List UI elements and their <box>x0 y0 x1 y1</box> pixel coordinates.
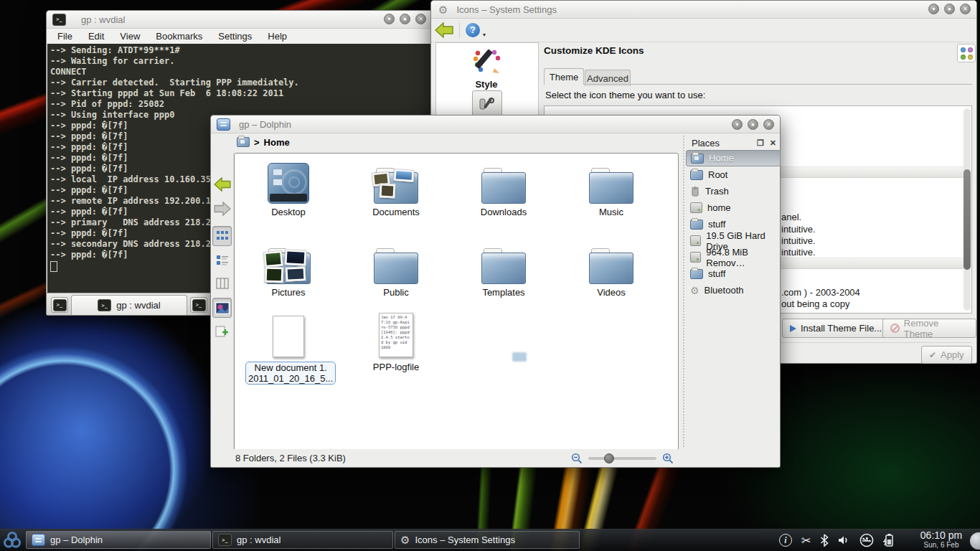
split-view-button[interactable] <box>212 322 232 342</box>
new-tab-button[interactable]: >_ <box>51 297 68 313</box>
gear-icon: ⚙ <box>400 534 410 545</box>
sidebar-item-style[interactable]: Style <box>436 46 537 90</box>
task-system-settings[interactable]: ⚙ Icons – System Settings <box>395 531 580 549</box>
system-tray: i ✂ <box>779 529 894 551</box>
places-item-trash[interactable]: Trash <box>686 183 781 199</box>
minimize-button[interactable]: ▾ <box>928 4 939 14</box>
task-konsole[interactable]: >_ gp : wvdial <box>212 531 393 549</box>
back-button[interactable] <box>212 174 232 194</box>
file-item-templates[interactable]: Templates <box>461 240 547 298</box>
close-button[interactable]: ✕ <box>960 4 971 14</box>
device-notifier-usb-icon[interactable] <box>859 533 874 547</box>
terminal-icon: >_ <box>53 299 67 311</box>
places-item-removable[interactable]: 964.8 MiB Remov… <box>686 249 781 265</box>
konsole-tab[interactable]: >_ gp : wvdial <box>71 295 187 315</box>
status-text: 8 Folders, 2 Files (3.3 KiB) <box>235 453 346 463</box>
file-item-new-document[interactable]: New document 1. 2011_01_20_16_5... <box>245 313 331 385</box>
install-theme-button[interactable]: Install Theme File... <box>782 319 890 338</box>
dolphin-titlebar[interactable]: gp – Dolphin ▾ ● ✕ <box>211 116 780 133</box>
clock[interactable]: 06:10 pm Sun, 6 Feb <box>915 530 967 549</box>
menu-bookmarks[interactable]: Bookmarks <box>156 31 202 42</box>
app-launcher-icon[interactable] <box>3 531 22 550</box>
details-view-button[interactable] <box>212 250 232 270</box>
places-header: Places ❐ ✕ <box>686 136 781 150</box>
remove-theme-button[interactable]: Remove Theme <box>882 319 976 338</box>
apply-button[interactable]: ✔ Apply <box>921 346 972 364</box>
list-scrollbar[interactable] <box>963 108 971 311</box>
scrollbar-thumb[interactable] <box>963 169 971 270</box>
zoom-slider-handle[interactable] <box>604 453 614 463</box>
home-icon <box>691 154 704 164</box>
close-button[interactable]: ✕ <box>763 119 774 130</box>
maximize-button[interactable]: ● <box>944 4 955 14</box>
klipper-scissors-icon[interactable]: ✂ <box>801 534 811 547</box>
columns-view-button[interactable] <box>212 273 232 293</box>
places-item-home-drive[interactable]: home <box>686 199 781 216</box>
drive-icon <box>690 252 701 263</box>
help-dropdown-icon[interactable]: ▾ <box>483 32 486 38</box>
konsole-menubar: File Edit View Bookmarks Settings Help <box>47 29 432 44</box>
maximize-button[interactable]: ● <box>400 14 410 24</box>
tab-list-button[interactable]: >_ <box>190 297 207 313</box>
sidebar-item-workspace[interactable] <box>472 90 502 118</box>
notifications-icon[interactable]: i <box>779 534 792 547</box>
menu-view[interactable]: View <box>120 31 140 42</box>
file-item-music[interactable]: Music <box>568 159 654 217</box>
home-folder-icon[interactable] <box>237 137 250 147</box>
window-dolphin[interactable]: gp – Dolphin ▾ ● ✕ > Home <box>210 115 781 468</box>
tab-theme[interactable]: Theme <box>544 68 584 85</box>
split-icon <box>215 326 230 339</box>
close-button[interactable]: ✕ <box>415 14 426 24</box>
theme-list-text: intuitive. <box>781 224 816 235</box>
task-dolphin[interactable]: gp – Dolphin <box>26 531 211 549</box>
clock-time: 06:10 pm <box>915 530 967 541</box>
dolphin-app-icon <box>217 118 230 131</box>
file-item-pictures[interactable]: Pictures <box>245 240 331 298</box>
konsole-titlebar[interactable]: >_ gp : wvdial ▾ ● ✕ <box>47 11 432 29</box>
places-item-stuff2[interactable]: stuff <box>686 265 781 282</box>
folder-icon <box>690 170 703 180</box>
forward-button[interactable] <box>212 199 232 219</box>
minimize-button[interactable]: ▾ <box>384 14 395 24</box>
file-item-public[interactable]: Public <box>353 240 439 298</box>
volume-icon[interactable] <box>838 534 850 546</box>
back-icon[interactable] <box>435 22 453 38</box>
file-item-ppp-logfile[interactable]: Jan 17 09:47:18 gp-Aspire-5738 pppd[1946… <box>353 313 439 372</box>
maximize-button[interactable]: ● <box>748 119 758 130</box>
dolphin-statusbar: 8 Folders, 2 Files (3.3 KiB) <box>211 449 780 467</box>
dolphin-title: gp – Dolphin <box>239 119 291 130</box>
menu-edit[interactable]: Edit <box>88 31 104 42</box>
tools-icon <box>478 95 496 113</box>
file-item-desktop[interactable]: Desktop <box>245 159 331 217</box>
logfile-preview-text: Jan 17 09:47:18 gp-Aspire-5738 pppd[1946… <box>381 315 411 355</box>
overview-button[interactable] <box>957 44 976 62</box>
remove-icon <box>890 324 900 333</box>
preview-button[interactable] <box>212 298 232 318</box>
file-item-documents[interactable]: Documents <box>353 159 439 217</box>
settings-titlebar[interactable]: ⚙ Icons – System Settings ▾ ● ✕ <box>431 1 976 19</box>
bluetooth-icon[interactable] <box>820 534 829 547</box>
toolbar-separator <box>459 22 460 38</box>
places-float-icon[interactable]: ❐ <box>757 138 764 148</box>
menu-settings[interactable]: Settings <box>218 31 252 42</box>
menu-help[interactable]: Help <box>268 31 287 42</box>
style-icon <box>471 46 502 75</box>
menu-file[interactable]: File <box>57 31 72 42</box>
places-item-root[interactable]: Root <box>686 166 781 183</box>
places-item-bluetooth[interactable]: ⚙ Bluetooth <box>686 282 781 298</box>
breadcrumb-home[interactable]: Home <box>264 137 290 148</box>
zoom-slider[interactable] <box>588 457 656 460</box>
file-item-videos[interactable]: Videos <box>568 240 654 298</box>
places-close-icon[interactable]: ✕ <box>770 138 776 148</box>
zoom-out-icon[interactable] <box>571 453 583 464</box>
theme-list-text: intuitive. <box>781 235 816 246</box>
file-item-downloads[interactable]: Downloads <box>461 159 547 217</box>
help-icon[interactable]: ? <box>466 23 480 37</box>
battery-icon[interactable] <box>883 533 894 547</box>
file-view[interactable]: Desktop Documents Downloads Music <box>234 153 679 451</box>
icons-view-button[interactable] <box>212 226 232 246</box>
terminal-line: --> Pid of pppd: 25082 <box>50 99 428 110</box>
zoom-in-icon[interactable] <box>662 453 674 464</box>
minimize-button[interactable]: ▾ <box>732 119 743 130</box>
places-item-home[interactable]: Home <box>686 150 781 166</box>
